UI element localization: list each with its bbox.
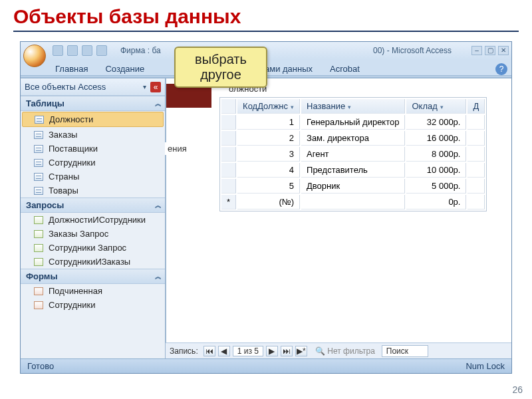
list-item-label: Поставщики [49,144,98,154]
callout-line2: другое [181,67,261,82]
quick-access-toolbar [53,45,107,56]
datasheet-view: олжности ения КодДолжнс▾ Название▾ Оклад… [166,78,511,342]
table-item-zakazy[interactable]: Заказы [21,128,165,142]
occluded-text-frag: ения [165,142,190,155]
chevron-down-icon[interactable]: ▾ [143,83,146,90]
table-icon [34,173,43,181]
query-item-0[interactable]: ДолжностиИСотрудники [21,213,165,227]
new-row[interactable]: *(№)0р. [221,195,485,209]
group-queries-label: Запросы [26,200,64,210]
undo-icon[interactable] [67,45,78,56]
form-icon [34,301,43,309]
status-left: Готово [27,361,54,371]
group-tables[interactable]: Таблицы ︽ [21,96,165,111]
col-name[interactable]: Название▾ [301,99,405,114]
chevron-down-icon[interactable]: ▾ [440,104,444,110]
list-item-label: Товары [49,186,78,196]
form-icon [34,287,43,295]
table-icon [35,116,44,124]
save-icon[interactable] [53,45,63,56]
tab-acrobat[interactable]: Acrobat [327,63,362,75]
record-navigator: Запись: ⏮ ◀ 1 из 5 ▶ ⏭ ▶* 🔍 Нет фильтра … [166,342,511,358]
data-grid[interactable]: КодДолжнс▾ Название▾ Оклад▾ Д 1Генеральн… [219,97,487,211]
table-item-dolzhnosti[interactable]: Должности [22,112,164,127]
query-icon [34,216,43,224]
table-row[interactable]: 1Генеральный директор32 000р. [221,115,485,130]
office-button[interactable] [23,45,46,67]
search-input[interactable]: Поиск [382,345,428,357]
new-record-button[interactable]: ▶* [295,346,307,356]
query-item-2[interactable]: Сотрудники Запрос [21,241,165,255]
tab-create[interactable]: Создание [102,63,147,75]
list-item-label: Заказы [49,130,77,140]
table-icon [34,131,43,139]
navpane-header[interactable]: Все объекты Access ▾ « [21,78,165,96]
list-item-label: Сотрудники [49,300,95,310]
access-window: Фирма : ба 00) - Microsoft Access – ▢ ✕ … [20,41,512,374]
table-row[interactable]: 4Представитель10 000р. [221,163,485,178]
tab-home[interactable]: Главная [53,63,90,75]
header-row: КодДолжнс▾ Название▾ Оклад▾ Д [221,99,485,114]
minimize-button[interactable]: – [471,46,482,55]
query-item-3[interactable]: СотрудникиИЗаказы [21,255,165,269]
collapse-group-icon[interactable]: ︽ [155,201,160,210]
col-id[interactable]: КодДолжнс▾ [237,99,300,114]
group-forms[interactable]: Формы ︽ [21,269,165,284]
list-item-label: Сотрудники Запрос [49,243,126,253]
list-item-label: СотрудникиИЗаказы [49,257,130,267]
group-tables-label: Таблицы [26,98,65,108]
table-item-postavshchiki[interactable]: Поставщики [21,142,165,156]
list-item-label: Сотрудники [49,158,95,168]
group-forms-label: Формы [26,271,58,281]
list-item-label: Заказы Запрос [49,229,108,239]
title-left-frag: Фирма : ба [120,46,161,55]
col-salary[interactable]: Оклад▾ [406,99,466,114]
navigation-pane: Все объекты Access ▾ « Таблицы ︽ Должнос… [21,78,166,358]
filter-indicator[interactable]: 🔍 Нет фильтра [315,346,375,356]
callout-note: выбрать другое [174,47,267,88]
slide-title: Объекты базы данных [0,0,532,31]
list-item-label: Страны [49,172,79,182]
query-item-1[interactable]: Заказы Запрос [21,227,165,241]
row-selector-header[interactable] [221,99,236,114]
maximize-button[interactable]: ▢ [485,46,495,55]
chevron-down-icon[interactable]: ▾ [291,104,294,110]
col-extra[interactable]: Д [467,99,485,114]
redo-icon[interactable] [82,45,92,56]
form-item-0[interactable]: Подчиненная [21,284,165,298]
record-position[interactable]: 1 из 5 [233,346,263,356]
callout-line1: выбрать [181,52,261,67]
collapse-group-icon[interactable]: ︽ [155,99,160,108]
form-item-1[interactable]: Сотрудники [21,298,165,312]
list-item-label: Подчиненная [49,286,102,296]
table-icon [34,159,43,167]
table-row[interactable]: 3Агент8 000р. [221,147,485,162]
first-record-button[interactable]: ⏮ [203,346,215,356]
query-icon [34,258,43,266]
query-icon [34,230,43,238]
list-item-label: ДолжностиИСотрудники [49,215,146,225]
table-row[interactable]: 2Зам. директора16 000р. [221,131,485,146]
table-row[interactable]: 5Дворник5 000р. [221,179,485,194]
title-right-frag: 00) - Microsoft Access [373,46,452,55]
last-record-button[interactable]: ⏭ [281,346,293,356]
status-bar: Готово Num Lock [21,358,511,373]
next-record-button[interactable]: ▶ [266,346,278,356]
group-queries[interactable]: Запросы ︽ [21,198,165,213]
window-controls: – ▢ ✕ [471,46,509,55]
table-icon [34,187,43,195]
collapse-pane-icon[interactable]: « [150,82,161,92]
status-numlock: Num Lock [466,361,505,371]
recnav-label: Запись: [170,346,198,356]
close-button[interactable]: ✕ [498,46,509,55]
collapse-group-icon[interactable]: ︽ [155,272,160,281]
chevron-down-icon[interactable]: ▾ [348,104,351,110]
help-icon[interactable]: ? [495,63,507,75]
table-item-sotrudniki[interactable]: Сотрудники [21,156,165,170]
navpane-header-label: Все объекты Access [25,82,106,92]
list-item-label: Должности [49,114,93,124]
prev-record-button[interactable]: ◀ [218,346,230,356]
qat-dropdown-icon[interactable] [96,45,107,56]
table-item-strany[interactable]: Страны [21,170,165,184]
table-item-tovary[interactable]: Товары [21,184,165,198]
